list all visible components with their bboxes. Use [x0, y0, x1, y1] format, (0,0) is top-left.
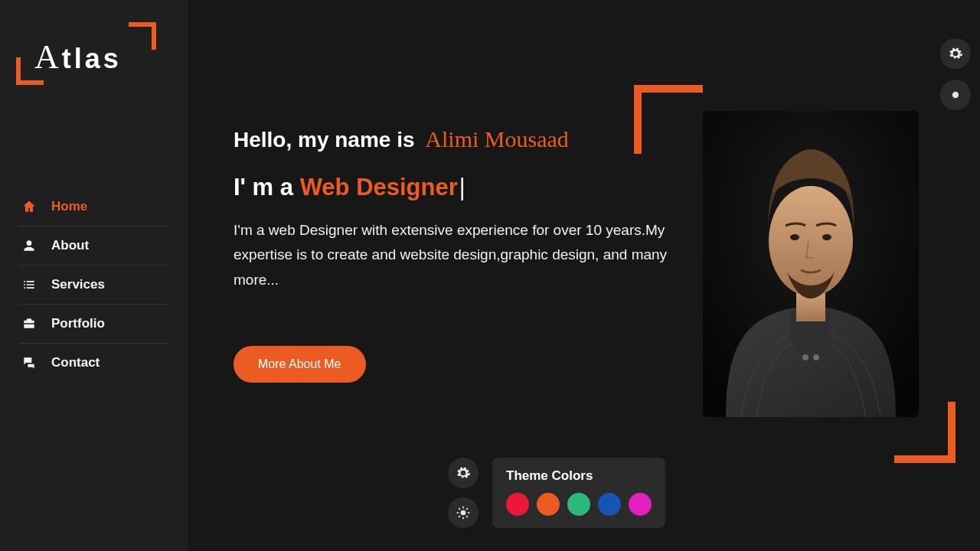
user-icon [21, 238, 38, 253]
nav-item-about[interactable]: About [19, 227, 168, 266]
logo-bracket-top-right [129, 22, 156, 50]
theme-swatches [506, 493, 652, 516]
greeting-prefix: Hello, my name is [234, 128, 415, 152]
nav-item-services[interactable]: Services [19, 266, 168, 305]
profile-photo [703, 111, 919, 417]
typing-cursor: | [459, 174, 466, 201]
nav-item-contact[interactable]: Contact [19, 344, 168, 382]
logo[interactable]: Atlas [19, 27, 153, 80]
theme-colors-title: Theme Colors [506, 468, 652, 484]
sidebar: Atlas Home About Services [0, 0, 188, 551]
list-icon [21, 277, 38, 292]
svg-point-3 [813, 354, 819, 360]
theme-swatch-pink[interactable] [629, 493, 652, 516]
floating-controls [940, 38, 971, 110]
gear-icon [948, 46, 963, 61]
theme-swatch-orange[interactable] [537, 493, 560, 516]
theme-area: Theme Colors [448, 458, 665, 528]
svg-point-2 [802, 354, 808, 360]
chat-icon [21, 355, 38, 370]
greeting-name: Alimi Mousaad [425, 126, 569, 152]
nav-item-home[interactable]: Home [19, 187, 168, 227]
nav-label: Contact [51, 355, 100, 370]
theme-swatch-green[interactable] [567, 493, 590, 516]
nav-label: Services [51, 277, 105, 292]
nav-label: Portfolio [51, 316, 105, 331]
nav-item-portfolio[interactable]: Portfolio [19, 305, 168, 344]
role: Web Designer [300, 174, 458, 201]
theme-mode-button[interactable] [940, 80, 971, 110]
briefcase-icon [21, 316, 38, 331]
theme-colors-panel: Theme Colors [492, 458, 665, 528]
profile-photo-wrap [703, 111, 919, 432]
svg-line-14 [466, 516, 468, 517]
description: I'm a web Designer with extensive experi… [234, 218, 678, 292]
svg-point-8 [461, 510, 466, 516]
theme-settings-button[interactable] [448, 458, 479, 488]
svg-point-5 [769, 186, 853, 296]
theme-brightness-button[interactable] [448, 497, 479, 528]
theme-swatch-red[interactable] [506, 493, 529, 516]
greeting: Hello, my name is Alimi Mousaad [234, 126, 678, 152]
sun-icon [456, 505, 471, 520]
sun-icon [948, 87, 963, 103]
svg-point-0 [953, 93, 959, 98]
home-icon [21, 199, 38, 214]
theme-swatch-blue[interactable] [598, 493, 621, 516]
nav-label: Home [51, 199, 87, 214]
intro: Hello, my name is Alimi Mousaad I' m a W… [234, 126, 678, 383]
photo-bracket-top-left [634, 85, 703, 154]
nav: Home About Services Portfolio [19, 187, 168, 382]
svg-point-6 [790, 234, 799, 240]
svg-line-16 [466, 508, 468, 510]
nav-label: About [51, 238, 89, 253]
more-about-me-button[interactable]: More About Me [234, 346, 366, 383]
logo-text: Atlas [34, 37, 122, 77]
svg-point-7 [822, 234, 831, 240]
svg-line-15 [459, 516, 460, 517]
svg-line-13 [459, 508, 460, 510]
settings-button[interactable] [940, 38, 971, 69]
main: Hello, my name is Alimi Mousaad I' m a W… [188, 0, 980, 551]
role-prefix: I' m a [234, 174, 300, 201]
role-line: I' m a Web Designer| [234, 174, 678, 201]
gear-icon [456, 465, 471, 481]
